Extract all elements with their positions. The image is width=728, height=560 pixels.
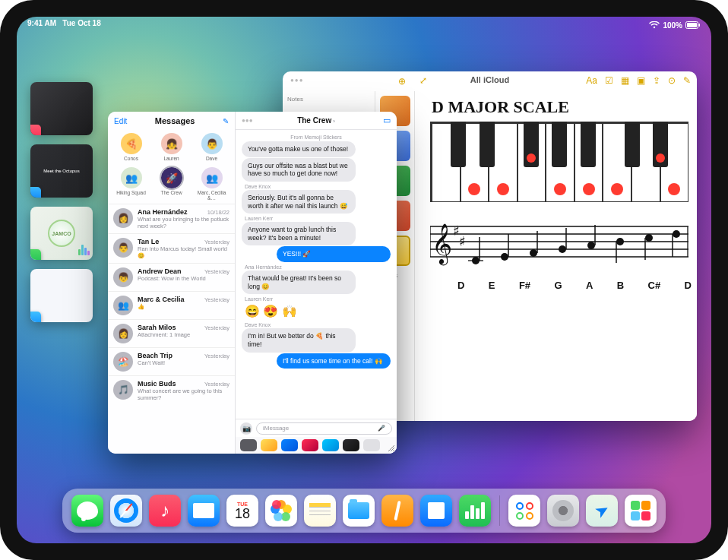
dock-notes[interactable] — [304, 495, 336, 527]
recent-app-podcasts[interactable]: Meet the Octopus — [30, 144, 93, 198]
dock-mail[interactable] — [188, 495, 220, 527]
pinned-row-1: 🍕Conos 👧Lauren 👨Dave — [108, 130, 235, 164]
pinned-conversation[interactable]: 👧Lauren — [153, 133, 190, 161]
notes-icon — [309, 503, 331, 518]
window-dots-icon[interactable]: ●●● — [290, 77, 304, 84]
appstore-chip[interactable] — [281, 439, 298, 451]
dock-music[interactable]: ♪ — [149, 495, 181, 527]
red-dot — [468, 183, 480, 195]
more-icon[interactable]: ⊙ — [668, 75, 676, 86]
red-dot — [497, 183, 509, 195]
reminders-icon — [516, 502, 533, 520]
conversation-list[interactable]: 👩Ana Hernández10/18/22What are you bring… — [108, 204, 235, 454]
notes-list-item[interactable]: Notes — [287, 96, 370, 103]
messages-window[interactable]: Edit Messages ✎ 🍕Conos 👧Lauren 👨Dave 👥Hi… — [108, 112, 397, 454]
recent-app-music[interactable] — [30, 82, 93, 135]
status-right: 100% — [649, 19, 701, 32]
message-bubble[interactable]: That would be great! It's been so long 😊 — [242, 271, 356, 294]
message-bubble-sent[interactable]: I'll find us some time on the cal! 🙌 — [277, 353, 391, 369]
note-label: E — [489, 280, 495, 291]
note-label: F# — [519, 280, 530, 291]
message-input[interactable]: iMessage 🎤 — [256, 422, 392, 435]
dock-numbers[interactable] — [459, 495, 491, 527]
camera-icon[interactable]: ▣ — [637, 75, 645, 86]
conversation-item[interactable]: 🏖️Beach TripYesterdayCan't Wait! — [108, 347, 235, 375]
photos-chip[interactable] — [363, 439, 380, 451]
edit-button[interactable]: Edit — [114, 117, 127, 125]
wifi-icon — [649, 21, 660, 30]
black-key — [480, 122, 495, 167]
resize-handle-icon[interactable] — [388, 445, 395, 452]
dock-keynote[interactable] — [420, 495, 452, 527]
digital-touch-chip[interactable] — [343, 439, 359, 451]
notes-add-icon[interactable]: ⊕ — [398, 76, 406, 87]
red-dot — [611, 183, 623, 195]
recent-app-numbers[interactable]: JAMCO — [30, 207, 93, 260]
dock-reminders[interactable] — [508, 495, 540, 527]
input-placeholder: iMessage — [263, 425, 289, 432]
fitness-chip[interactable] — [322, 439, 339, 451]
sticker-reactions[interactable]: 😄 😍 🙌 — [242, 302, 391, 320]
thread-title[interactable]: The Crew› — [297, 116, 335, 125]
dock-freeform[interactable] — [625, 495, 657, 527]
dock-safari[interactable] — [110, 495, 142, 527]
dock-pages[interactable] — [381, 495, 413, 527]
message-bubble[interactable]: You've gotta make us one of those! — [242, 141, 356, 157]
dock-files[interactable] — [343, 495, 375, 527]
share-icon[interactable]: ⇪ — [653, 75, 660, 86]
conversation-item[interactable]: 👨Tan LeYesterdayRan into Marcus today! S… — [108, 233, 235, 263]
compose-icon[interactable]: ✎ — [223, 117, 229, 125]
pinned-row-2: 👥Hiking Squad 🚀The Crew 👥Marc, Cecilia &… — [108, 164, 235, 204]
table-icon[interactable]: ▦ — [621, 75, 629, 86]
message-bubble[interactable]: Guys our offsite was a blast but we have… — [242, 158, 356, 182]
recent-app-safari[interactable] — [30, 269, 93, 322]
app-store-chip[interactable] — [240, 439, 257, 451]
black-key — [524, 122, 539, 167]
dock-photos[interactable] — [265, 495, 297, 527]
dock-maps[interactable]: ➤ — [586, 495, 618, 527]
facetime-icon[interactable]: ▭ — [383, 115, 391, 125]
memoji-chip[interactable] — [261, 439, 277, 451]
pinned-conversation-selected[interactable]: 🚀The Crew — [153, 167, 190, 201]
messages-header: Edit Messages ✎ — [108, 112, 235, 130]
keynote-icon — [428, 502, 445, 519]
sender-label: Ana Hernández — [245, 264, 391, 270]
messages-sidebar: Edit Messages ✎ 🍕Conos 👧Lauren 👨Dave 👥Hi… — [108, 112, 236, 454]
music-chip[interactable] — [302, 439, 318, 451]
messages-icon — [77, 501, 98, 520]
expand-icon[interactable]: ⤢ — [419, 75, 427, 86]
notes-content[interactable]: D MAJOR SCALE — [416, 91, 697, 421]
window-dots-icon[interactable]: ●●● — [242, 117, 253, 124]
dock-separator — [499, 495, 500, 526]
battery-pct: 100% — [663, 21, 682, 30]
pinned-conversation[interactable]: 🍕Conos — [112, 133, 150, 161]
conversation-item[interactable]: 👦Andrew DeanYesterdayPodcast: Wow in the… — [108, 263, 235, 291]
conversation-item[interactable]: 👩Sarah MilosYesterdayAttachment: 1 Image — [108, 319, 235, 347]
dock-calendar[interactable]: TUE 18 — [226, 495, 258, 527]
text-style-button[interactable]: Aa — [586, 75, 597, 86]
conversation-item[interactable]: 🎵Music BudsYesterdayWhat concert are we … — [108, 375, 235, 405]
message-bubble[interactable]: I'm in! But we better do 🍕 this time! — [242, 328, 356, 352]
home-screen: 9:41 AM Tue Oct 18 100% Meet the Octopus — [17, 17, 711, 543]
thread-body[interactable]: From Memoji Stickers You've gotta make u… — [236, 130, 397, 419]
dock-messages[interactable] — [71, 495, 103, 527]
message-bubble-sent[interactable]: YES!!! 🚀 — [277, 246, 391, 262]
red-dot — [554, 183, 566, 195]
thread-header: ●●● The Crew› ▭ — [236, 112, 397, 130]
svg-point-20 — [559, 245, 566, 253]
compose-icon[interactable]: ✎ — [683, 75, 691, 86]
jamco-thumbnail: JAMCO — [48, 220, 75, 247]
music-staff: 𝄞 ♯ ♯ — [430, 213, 688, 291]
pinned-conversation[interactable]: 👥Hiking Squad — [112, 167, 150, 201]
camera-button[interactable]: 📷 — [240, 422, 252, 435]
message-bubble[interactable]: Seriously. But it's all gonna be worth i… — [242, 190, 356, 214]
conversation-item[interactable]: 👩Ana Hernández10/18/22What are you bring… — [108, 204, 235, 233]
pinned-conversation[interactable]: 👨Dave — [193, 133, 230, 161]
dictate-icon[interactable]: 🎤 — [378, 425, 385, 432]
recent-app-caption: Meet the Octopus — [40, 166, 82, 176]
pinned-conversation[interactable]: 👥Marc, Cecilia &… — [193, 167, 230, 201]
conversation-item[interactable]: 👥Marc & CeciliaYesterday👍 — [108, 291, 235, 319]
checklist-icon[interactable]: ☑︎ — [605, 75, 613, 86]
message-bubble[interactable]: Anyone want to grab lunch this week? It'… — [242, 222, 356, 245]
dock-settings[interactable] — [547, 495, 579, 527]
